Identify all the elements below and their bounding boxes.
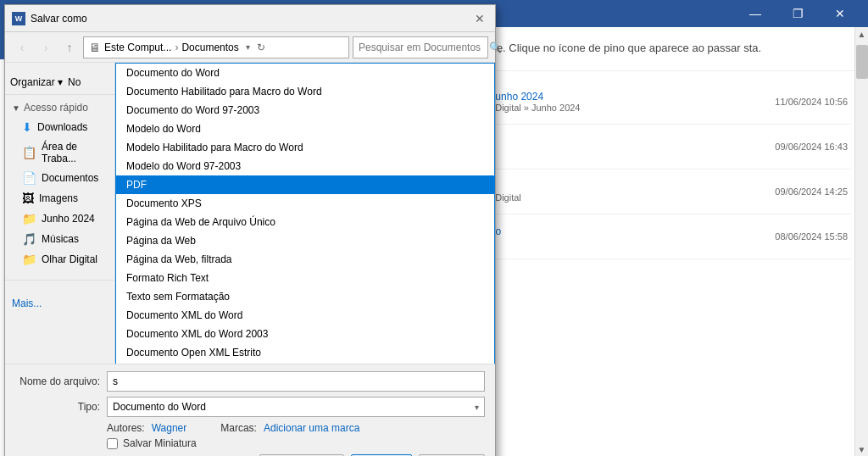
search-icon: 🔍 — [489, 42, 502, 53]
sidebar-item-musicas[interactable]: 🎵 Músicas — [5, 229, 114, 249]
sidebar-item-junho[interactable]: 📁 Junho 2024 — [5, 209, 114, 229]
sidebar-item-area-trabalho[interactable]: 📋 Área de Traba... — [5, 137, 114, 168]
section-expand-icon: ▼ — [12, 103, 20, 113]
dropdown-item-pdf[interactable]: PDF — [116, 175, 494, 194]
address-dropdown-arrow[interactable]: ▾ — [246, 42, 250, 52]
back-btn[interactable]: ‹ — [12, 37, 32, 58]
musicas-icon: 🎵 — [22, 232, 36, 246]
quick-access-section: ▼ Acesso rápido ⬇ Downloads 📋 Área de Tr… — [5, 95, 114, 273]
dialog-close-btn[interactable]: ✕ — [471, 10, 488, 27]
dropdown-item-pagina-arquivo-unico[interactable]: Página da Web de Arquivo Único — [116, 213, 494, 231]
file-date: 08/06/2024 15:58 — [775, 231, 848, 242]
dialog-footer: Nome do arquivo: Tipo: Documento do Word… — [5, 364, 495, 456]
forward-btn[interactable]: › — [36, 37, 56, 58]
folder-junho-icon: 📁 — [22, 212, 36, 225]
type-row: Tipo: Documento do Word ▾ — [15, 397, 485, 417]
mais-btn[interactable]: Mais... — [12, 298, 42, 309]
dropdown-item-rich-text[interactable]: Formato Rich Text — [116, 269, 494, 287]
type-value: Documento do Word — [113, 401, 206, 413]
sidebar-item-label: Downloads — [37, 121, 87, 133]
imagens-icon: 🖼 — [22, 192, 34, 205]
sidebar-item-imagens[interactable]: 🖼 Imagens — [5, 188, 114, 209]
sidebar-item-label: Junho 2024 — [42, 213, 95, 225]
search-box[interactable]: 🔍 — [353, 36, 488, 58]
dialog-body: Organizar ▾ No ▼ Acesso rápido ⬇ Downloa… — [5, 63, 495, 364]
scroll-up-arrow[interactable]: ▲ — [855, 27, 869, 41]
address-part-2: Documentos — [181, 42, 238, 53]
dropdown-item-open-xml[interactable]: Documento Open XML Estrito — [116, 343, 494, 362]
word-close-btn[interactable]: ✕ — [821, 0, 860, 27]
dialog-title: Salvar como — [31, 13, 471, 25]
type-label: Tipo: — [15, 401, 100, 413]
checkbox-row: Salvar Miniatura — [15, 437, 485, 449]
dropdown-item-xml-word-2003[interactable]: Documento XML do Word 2003 — [116, 325, 494, 343]
marcas-value[interactable]: Adicionar uma marca — [264, 422, 359, 434]
file-date: 11/06/2024 10:56 — [775, 97, 848, 107]
dropdown-item-modelo-97-2003[interactable]: Modelo do Word 97-2003 — [116, 157, 494, 175]
scrollbar[interactable]: ▲ ▼ — [854, 27, 868, 456]
marcas-label: Marcas: — [220, 422, 257, 434]
dropdown-item-doc-97-2003[interactable]: Documento do Word 97-2003 — [116, 101, 494, 120]
sidebar-item-label: Documentos — [42, 172, 98, 184]
autores-value[interactable]: Wagner — [152, 422, 187, 434]
quick-access-label: Acesso rápido — [24, 102, 88, 114]
downloads-icon: ⬇ — [22, 120, 32, 134]
save-miniature-checkbox[interactable] — [107, 438, 118, 449]
type-select[interactable]: Documento do Word ▾ — [107, 397, 485, 417]
type-dropdown-arrow: ▾ — [475, 403, 479, 412]
dropdown-item-doc-xps[interactable]: Documento XPS — [116, 194, 494, 213]
dropdown-item-xml-word[interactable]: Documento XML do Word — [116, 306, 494, 325]
sidebar-item-label: Músicas — [42, 233, 79, 245]
file-date: 09/06/2024 14:25 — [775, 186, 848, 197]
file-date: 09/06/2024 16:43 — [775, 142, 848, 152]
dialog-toolbar: ‹ › ↑ 🖥 Este Comput... › Documentos ▾ ↻ … — [5, 32, 495, 63]
dropdown-item-pagina-filtrada[interactable]: Página da Web, filtrada — [116, 250, 494, 269]
filename-row: Nome do arquivo: — [15, 371, 485, 392]
sidebar-item-documentos[interactable]: 📄 Documentos — [5, 168, 114, 188]
new-folder-btn[interactable]: No — [68, 76, 81, 88]
address-separator-1: › — [175, 42, 178, 53]
save-dialog: W Salvar como ✕ ‹ › ↑ 🖥 Este Comput... ›… — [4, 4, 496, 456]
address-part-1: Este Comput... — [104, 42, 171, 53]
scroll-thumb[interactable] — [856, 45, 868, 79]
dialog-sidebar: Organizar ▾ No ▼ Acesso rápido ⬇ Downloa… — [5, 63, 115, 364]
scroll-track[interactable] — [855, 41, 868, 442]
sidebar-item-downloads[interactable]: ⬇ Downloads — [5, 117, 114, 137]
word-maximize-btn[interactable]: ❐ — [778, 0, 817, 27]
sidebar-more-section: Mais... — [5, 280, 114, 313]
sidebar-toolbar: Organizar ▾ No — [5, 70, 114, 95]
sidebar-item-olhar-digital[interactable]: 📁 Olhar Digital — [5, 249, 114, 270]
area-trabalho-icon: 📋 — [22, 146, 36, 159]
sidebar-item-label: Área de Traba... — [42, 141, 108, 164]
dropdown-item-doc-word[interactable]: Documento do Word — [116, 64, 494, 82]
dropdown-item-pagina-web[interactable]: Página da Web — [116, 231, 494, 250]
scroll-down-arrow[interactable]: ▼ — [855, 442, 869, 456]
dropdown-item-doc-macro[interactable]: Documento Habilitado para Macro do Word — [116, 82, 494, 101]
filename-input[interactable] — [107, 371, 485, 392]
quick-access-header[interactable]: ▼ Acesso rápido — [5, 98, 114, 117]
dropdown-item-modelo-macro[interactable]: Modelo Habilitado para Macro do Word — [116, 138, 494, 157]
address-refresh-btn[interactable]: ↻ — [257, 42, 265, 53]
documentos-icon: 📄 — [22, 171, 36, 185]
autores-label: Autores: — [107, 422, 145, 434]
filename-label: Nome do arquivo: — [15, 375, 100, 387]
word-minimize-btn[interactable]: — — [736, 0, 775, 27]
dropdown-item-modelo-word[interactable]: Modelo do Word — [116, 120, 494, 138]
organize-btn[interactable]: Organizar ▾ — [10, 76, 63, 88]
computer-icon: 🖥 — [89, 41, 101, 54]
folder-olhar-icon: 📁 — [22, 253, 36, 266]
dropdown-item-texto-opendoc[interactable]: Texto do OpenDocument — [116, 362, 494, 364]
word-icon: W — [12, 12, 25, 25]
address-bar[interactable]: 🖥 Este Comput... › Documentos ▾ ↻ — [83, 36, 349, 58]
search-input[interactable] — [359, 42, 486, 53]
save-miniature-label: Salvar Miniatura — [123, 437, 197, 449]
sidebar-item-label: Imagens — [39, 192, 78, 204]
word-titlebar-controls: — ❐ ✕ — [736, 0, 860, 27]
sidebar-item-label: Olhar Digital — [42, 253, 97, 265]
meta-row: Autores: Wagner Marcas: Adicionar uma ma… — [15, 422, 485, 434]
up-btn[interactable]: ↑ — [59, 37, 80, 58]
dropdown-item-texto-sem-format[interactable]: Texto sem Formatação — [116, 287, 494, 306]
dialog-titlebar: W Salvar como ✕ — [5, 5, 495, 32]
filetype-dropdown[interactable]: Documento do Word Documento Habilitado p… — [115, 63, 495, 364]
dialog-main-area: Documento do Word Documento Habilitado p… — [115, 63, 495, 364]
